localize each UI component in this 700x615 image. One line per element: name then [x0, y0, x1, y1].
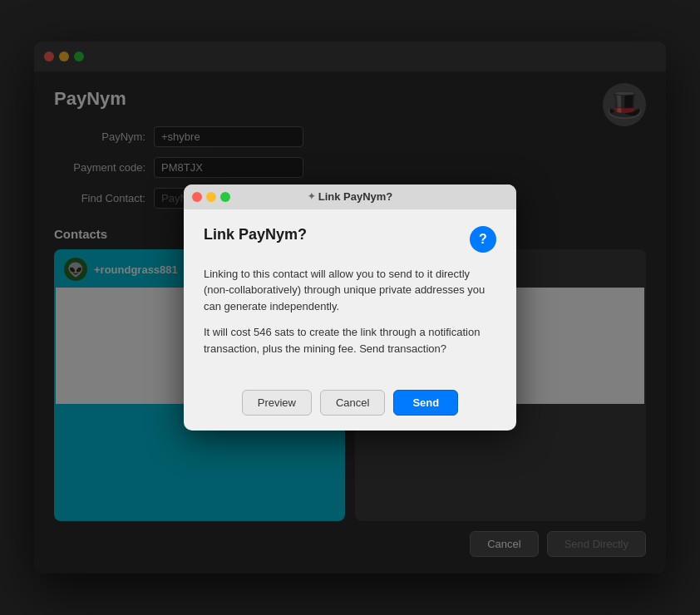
preview-button[interactable]: Preview: [242, 390, 312, 416]
modal-title-text: Link PayNym?: [318, 190, 393, 203]
modal-send-button[interactable]: Send: [393, 390, 458, 416]
modal-body: Link PayNym? ? Linking to this contact w…: [184, 209, 516, 381]
modal-paragraph-2: It will cost 546 sats to create the link…: [204, 324, 496, 357]
main-window: PayNym 🎩 PayNym: Payment code: Find Cont…: [34, 42, 666, 573]
modal-close-button[interactable]: [192, 192, 202, 202]
link-paynym-modal: ✦ Link PayNym? Link PayNym? ? Linking to…: [184, 184, 516, 431]
modal-traffic-lights: [192, 192, 230, 202]
modal-maximize-button[interactable]: [220, 192, 230, 202]
help-icon[interactable]: ?: [470, 226, 496, 253]
modal-footer: Preview Cancel Send: [184, 380, 516, 430]
modal-title: ✦ Link PayNym?: [308, 190, 393, 203]
modal-title-icon: ✦: [308, 191, 315, 202]
modal-header-row: Link PayNym? ?: [204, 226, 496, 253]
modal-minimize-button[interactable]: [206, 192, 216, 202]
help-icon-label: ?: [479, 232, 487, 247]
modal-overlay: ✦ Link PayNym? Link PayNym? ? Linking to…: [34, 42, 666, 573]
modal-titlebar: ✦ Link PayNym?: [184, 184, 516, 209]
modal-paragraph-1: Linking to this contact will allow you t…: [204, 266, 496, 315]
modal-cancel-button[interactable]: Cancel: [320, 390, 385, 416]
modal-heading: Link PayNym?: [204, 226, 307, 244]
